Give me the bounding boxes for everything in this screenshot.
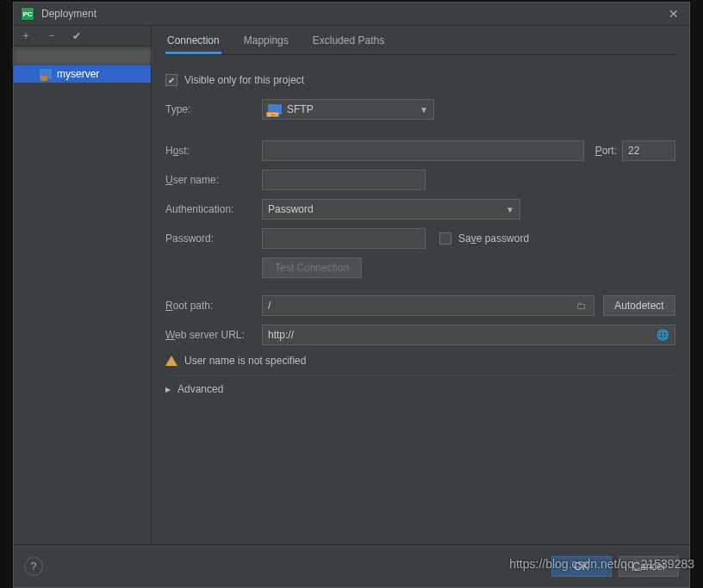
chevron-down-icon: ▼ — [506, 205, 514, 214]
deployment-dialog: PC Deployment ✕ ＋ － ✔ myserver C — [13, 2, 690, 588]
tab-excluded[interactable]: Excluded Paths — [311, 29, 386, 54]
titlebar: PC Deployment ✕ — [14, 3, 689, 25]
root-label: Root path: — [165, 300, 262, 312]
save-password-checkbox[interactable] — [439, 232, 451, 244]
row-web-url: Web server URL: http:// 🌐 — [165, 320, 675, 350]
test-connection-button[interactable]: Test Connection — [262, 257, 362, 278]
row-visible-only: ✔ Visible only for this project — [165, 65, 675, 95]
visible-only-checkbox[interactable]: ✔ — [165, 74, 177, 86]
row-auth: Authentication: Password ▼ — [165, 195, 675, 224]
server-item-hidden[interactable] — [14, 48, 151, 65]
root-path-input[interactable]: / 🗀 — [262, 295, 594, 316]
help-button[interactable]: ? — [24, 557, 43, 576]
main-panel: Connection Mappings Excluded Paths ✔ Vis… — [152, 26, 689, 544]
port-label: Port: — [584, 145, 622, 157]
remove-icon[interactable]: － — [47, 28, 57, 43]
password-input[interactable] — [262, 228, 426, 249]
ok-button[interactable]: OK — [551, 556, 612, 577]
dialog-body: ＋ － ✔ myserver Connection Mappings Exclu… — [14, 25, 689, 544]
row-root: Root path: / 🗀 Autodetect — [165, 291, 675, 320]
sidebar-toolbar: ＋ － ✔ — [14, 26, 151, 46]
sftp-icon — [268, 104, 282, 115]
server-item-myserver[interactable]: myserver — [14, 65, 151, 83]
server-tree: myserver — [14, 46, 151, 544]
auth-label: Authentication: — [165, 203, 262, 215]
connection-form: ✔ Visible only for this project Type: SF… — [165, 55, 675, 412]
folder-icon[interactable]: 🗀 — [575, 300, 588, 312]
pycharm-icon: PC — [21, 7, 34, 21]
type-label: Type: — [165, 103, 262, 115]
advanced-toggle[interactable]: ▸ Advanced — [165, 375, 675, 402]
visible-only-label: Visible only for this project — [184, 74, 304, 86]
row-test: Test Connection — [165, 253, 675, 282]
warning-row: User name is not specified — [165, 350, 675, 372]
check-icon[interactable]: ✔ — [72, 30, 81, 42]
close-icon[interactable]: ✕ — [665, 7, 682, 21]
add-icon[interactable]: ＋ — [21, 28, 31, 43]
password-label: Password: — [165, 232, 262, 244]
port-input[interactable] — [622, 140, 675, 161]
sidebar: ＋ － ✔ myserver — [14, 26, 152, 544]
host-input[interactable] — [262, 140, 584, 161]
window-title: Deployment — [41, 8, 665, 20]
cancel-button[interactable]: Cancel — [619, 556, 679, 577]
server-label: myserver — [57, 68, 99, 80]
auth-combo[interactable]: Password ▼ — [262, 199, 520, 220]
tab-connection[interactable]: Connection — [165, 29, 221, 54]
username-input[interactable] — [262, 170, 426, 190]
chevron-right-icon: ▸ — [165, 383, 171, 395]
type-combo[interactable]: SFTP ▼ — [262, 99, 434, 120]
row-password: Password: Save password — [165, 224, 675, 253]
autodetect-button[interactable]: Autodetect — [603, 295, 675, 316]
dialog-footer: ? OK Cancel — [14, 544, 689, 587]
row-username: User name: — [165, 165, 675, 195]
username-label: User name: — [165, 174, 262, 186]
warning-icon — [165, 356, 177, 366]
tab-mappings[interactable]: Mappings — [242, 29, 290, 54]
row-host: Host: Port: — [165, 136, 675, 165]
row-type: Type: SFTP ▼ — [165, 95, 675, 124]
tabs: Connection Mappings Excluded Paths — [165, 26, 675, 55]
warning-text: User name is not specified — [184, 355, 306, 367]
host-label: Host: — [165, 145, 262, 157]
server-icon — [40, 69, 52, 79]
globe-icon[interactable]: 🌐 — [656, 329, 669, 341]
web-url-input[interactable]: http:// 🌐 — [262, 325, 675, 345]
web-url-label: Web server URL: — [165, 329, 262, 341]
save-password-label: Save password — [458, 232, 529, 244]
chevron-down-icon: ▼ — [420, 105, 428, 115]
